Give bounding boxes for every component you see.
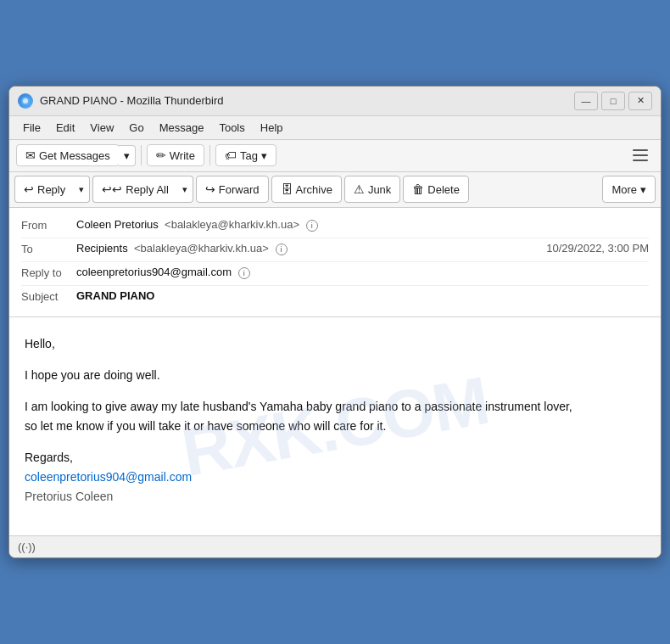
- reply-all-group: ↩↩ Reply All ▾: [92, 176, 193, 203]
- hamburger-line-2: [633, 154, 648, 156]
- junk-label: Junk: [368, 183, 391, 196]
- tag-label: Tag: [240, 149, 258, 162]
- menu-go[interactable]: Go: [122, 119, 150, 137]
- reply-all-button[interactable]: ↩↩ Reply All: [92, 176, 177, 203]
- from-contact-icon[interactable]: i: [306, 220, 318, 232]
- menu-view[interactable]: View: [83, 119, 120, 137]
- reply-all-icon: ↩↩: [102, 182, 122, 196]
- from-value: Coleen Pretorius <balakleya@kharkiv.kh.u…: [76, 218, 649, 232]
- subject-label: Subject: [21, 289, 76, 303]
- connection-icon: ((·)): [18, 540, 36, 553]
- reply-icon: ↩: [24, 182, 34, 196]
- menu-edit[interactable]: Edit: [49, 119, 81, 137]
- get-messages-dropdown[interactable]: ▾: [119, 145, 136, 166]
- toolbar-separator-2: [209, 145, 210, 165]
- signature-name: Pretorius Coleen: [25, 490, 113, 503]
- menubar: File Edit View Go Message Tools Help: [9, 116, 661, 140]
- forward-button[interactable]: ↪ Forward: [196, 176, 269, 203]
- reply-to-label: Reply to: [21, 266, 76, 279]
- subject-value: GRAND PIANO: [76, 289, 649, 302]
- write-button[interactable]: ✏ Write: [147, 144, 204, 166]
- forward-label: Forward: [219, 183, 260, 196]
- reply-group: ↩ Reply ▾: [14, 176, 90, 203]
- delete-label: Delete: [427, 183, 460, 196]
- reply-button[interactable]: ↩ Reply: [14, 176, 74, 203]
- signature-email[interactable]: coleenpretorius904@gmail.com: [25, 470, 192, 484]
- window-controls: — □ ✕: [574, 92, 652, 110]
- email-header: From Coleen Pretorius <balakleya@kharkiv…: [9, 208, 661, 317]
- junk-icon: ⚠: [354, 182, 365, 196]
- subject-row: Subject GRAND PIANO: [21, 286, 649, 310]
- tag-button[interactable]: 🏷 Tag ▾: [215, 144, 276, 166]
- thunderbird-window: GRAND PIANO - Mozilla Thunderbird — □ ✕ …: [8, 86, 662, 559]
- body-hope: I hope you are doing well.: [25, 366, 645, 385]
- titlebar: GRAND PIANO - Mozilla Thunderbird — □ ✕: [9, 87, 661, 116]
- menu-file[interactable]: File: [16, 119, 47, 137]
- reply-all-dropdown[interactable]: ▾: [177, 176, 193, 203]
- archive-label: Archive: [296, 183, 332, 196]
- hamburger-line-1: [633, 149, 648, 151]
- get-messages-label: Get Messages: [39, 149, 110, 162]
- body-line3: I am looking to give away my late husban…: [25, 400, 572, 413]
- menu-tools[interactable]: Tools: [212, 119, 251, 137]
- reply-all-label: Reply All: [126, 183, 169, 196]
- get-messages-button[interactable]: ✉ Get Messages: [16, 144, 120, 166]
- svg-point-1: [23, 98, 28, 104]
- from-email: <balakleya@kharkiv.kh.ua>: [165, 218, 299, 231]
- tag-dropdown-icon: ▾: [261, 149, 267, 162]
- body-greeting: Hello,: [25, 334, 645, 354]
- more-chevron-icon: ▾: [640, 183, 646, 196]
- from-name: Coleen Pretorius: [76, 218, 159, 231]
- forward-icon: ↪: [205, 182, 215, 196]
- to-row: To Recipients <balakleya@kharkiv.kh.ua> …: [21, 238, 649, 262]
- body-line4: so let me know if you will take it or ha…: [25, 419, 386, 433]
- email-date: 10/29/2022, 3:00 PM: [546, 242, 649, 255]
- reply-dropdown[interactable]: ▾: [74, 176, 90, 203]
- to-email: <balakleya@kharkiv.kh.ua>: [134, 242, 269, 255]
- reply-to-row: Reply to coleenpretorius904@gmail.com i: [21, 262, 649, 286]
- to-value: Recipients <balakleya@kharkiv.kh.ua> i: [76, 242, 546, 255]
- get-messages-icon: ✉: [25, 148, 36, 162]
- delete-button[interactable]: 🗑 Delete: [403, 176, 469, 203]
- close-button[interactable]: ✕: [628, 92, 652, 110]
- write-label: Write: [170, 149, 195, 162]
- from-label: From: [21, 218, 76, 232]
- hamburger-line-3: [633, 160, 648, 161]
- statusbar: ((·)): [9, 535, 661, 557]
- junk-button[interactable]: ⚠ Junk: [344, 176, 400, 203]
- maximize-button[interactable]: □: [601, 92, 625, 110]
- reply-to-value: coleenpretorius904@gmail.com i: [76, 266, 649, 279]
- main-toolbar: ✉ Get Messages ▾ ✏ Write 🏷 Tag ▾: [9, 140, 661, 172]
- delete-icon: 🗑: [412, 182, 424, 196]
- action-toolbar: ↩ Reply ▾ ↩↩ Reply All ▾ ↪ Forward 🗄 Arc…: [9, 172, 661, 208]
- more-button[interactable]: More ▾: [602, 176, 656, 203]
- minimize-button[interactable]: —: [574, 92, 598, 110]
- tag-icon: 🏷: [225, 148, 237, 162]
- more-label: More: [611, 183, 637, 196]
- regards-text: Regards,: [25, 451, 73, 464]
- archive-button[interactable]: 🗄 Archive: [271, 176, 342, 203]
- reply-label: Reply: [37, 183, 65, 196]
- window-title: GRAND PIANO - Mozilla Thunderbird: [40, 94, 567, 107]
- reply-to-email: coleenpretorius904@gmail.com: [76, 266, 232, 278]
- from-row: From Coleen Pretorius <balakleya@kharkiv…: [21, 215, 649, 238]
- write-icon: ✏: [156, 148, 166, 162]
- body-main: I am looking to give away my late husban…: [25, 397, 645, 436]
- to-label: To: [21, 242, 76, 255]
- app-icon: [18, 93, 33, 109]
- email-body: RXK.COM Hello, I hope you are doing well…: [9, 317, 661, 536]
- hamburger-menu-button[interactable]: [627, 143, 654, 167]
- reply-to-contact-icon[interactable]: i: [238, 267, 250, 279]
- to-contact-icon[interactable]: i: [276, 244, 288, 255]
- to-name: Recipients: [76, 242, 128, 255]
- archive-icon: 🗄: [281, 182, 293, 196]
- body-regards: Regards, coleenpretorius904@gmail.com Pr…: [25, 448, 645, 507]
- menu-message[interactable]: Message: [153, 119, 211, 137]
- menu-help[interactable]: Help: [254, 119, 290, 137]
- toolbar-separator-1: [141, 145, 142, 165]
